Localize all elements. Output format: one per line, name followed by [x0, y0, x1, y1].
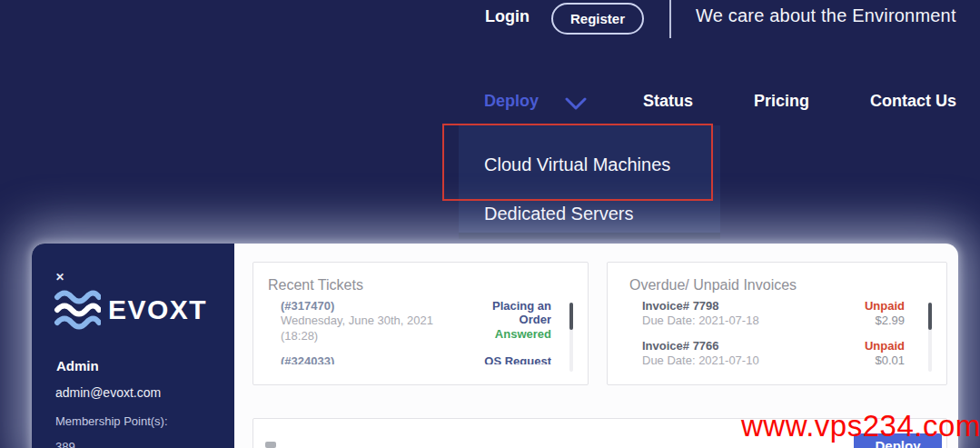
- sidebar-user-name: Admin: [56, 358, 99, 373]
- invoice-id[interactable]: Invoice# 7798: [642, 299, 759, 313]
- chevron-down-icon[interactable]: [564, 97, 588, 114]
- invoice-amount: $0.01: [865, 353, 905, 364]
- invoice-status-badge: Unpaid: [865, 339, 905, 353]
- menu-item-dedicated-servers[interactable]: Dedicated Servers: [484, 204, 634, 224]
- deploy-button[interactable]: Deploy: [854, 433, 942, 448]
- close-icon[interactable]: ✕: [55, 272, 64, 283]
- ticket-row[interactable]: (#317470) Wednesday, June 30th, 2021 (18…: [281, 299, 551, 343]
- ticket-subject: OS Request: [484, 354, 551, 364]
- tickets-list: (#317470) Wednesday, June 30th, 2021 (18…: [281, 299, 551, 364]
- page: Login Register We care about the Environ…: [0, 0, 980, 448]
- ticket-status-badge: Answered: [462, 326, 551, 342]
- unpaid-invoices-title: Overdue/ Unpaid Invoices: [629, 277, 797, 294]
- recent-tickets-panel: Recent Tickets (#317470) Wednesday, June…: [252, 262, 589, 385]
- nav-status[interactable]: Status: [643, 92, 693, 111]
- invoice-amount: $2.99: [865, 313, 905, 328]
- register-button[interactable]: Register: [551, 3, 644, 35]
- ticket-date: Wednesday, June 30th, 2021 (18:28): [281, 313, 462, 343]
- clipped-content-fragment: [265, 442, 276, 448]
- ticket-subject: Placing an Order: [462, 299, 551, 326]
- unpaid-invoices-panel: Overdue/ Unpaid Invoices Invoice# 7798 D…: [607, 262, 947, 385]
- invoices-scrollbar-thumb[interactable]: [928, 303, 932, 330]
- brand-name: EVOXT: [108, 294, 207, 325]
- invoice-row[interactable]: Invoice# 7798 Due Date: 2021-07-18 Unpai…: [642, 299, 905, 328]
- nav-pricing[interactable]: Pricing: [754, 92, 809, 111]
- membership-points-value: 389: [55, 440, 75, 448]
- nav-contact-us[interactable]: Contact Us: [870, 92, 956, 111]
- invoice-due-date: Due Date: 2021-07-18: [642, 313, 759, 328]
- recent-tickets-title: Recent Tickets: [268, 277, 363, 294]
- invoices-list: Invoice# 7798 Due Date: 2021-07-18 Unpai…: [642, 299, 905, 364]
- evoxt-waves-logo-icon: [54, 288, 101, 335]
- ticket-id[interactable]: (#324033): [281, 354, 448, 364]
- ticket-id[interactable]: (#317470): [281, 299, 462, 313]
- dashboard-sidebar: ✕ EVOXT Admin admin@evoxt.com Membership…: [32, 244, 234, 448]
- header-divider: [669, 0, 671, 38]
- deploy-dropdown-shadow: [459, 233, 720, 239]
- login-link[interactable]: Login: [485, 7, 530, 26]
- invoice-due-date: Due Date: 2021-07-10: [642, 353, 759, 364]
- menu-item-cloud-virtual-machines[interactable]: Cloud Virtual Machines: [484, 154, 670, 175]
- invoice-id[interactable]: Invoice# 7766: [642, 339, 759, 353]
- invoice-row[interactable]: Invoice# 7766 Due Date: 2021-07-10 Unpai…: [642, 339, 905, 364]
- dashboard-screenshot-card: ✕ EVOXT Admin admin@evoxt.com Membership…: [32, 244, 958, 448]
- sidebar-user-email: admin@evoxt.com: [55, 385, 161, 400]
- membership-points-label: Membership Point(s):: [55, 414, 168, 428]
- tickets-scrollbar-thumb[interactable]: [569, 303, 573, 330]
- servers-panel: [252, 418, 947, 448]
- invoice-status-badge: Unpaid: [865, 299, 905, 313]
- ticket-row[interactable]: (#324033) Tuesday, April 6th, 2021 (07:2…: [281, 354, 551, 364]
- nav-deploy[interactable]: Deploy: [484, 92, 539, 111]
- environment-tagline: We care about the Environment: [696, 5, 956, 26]
